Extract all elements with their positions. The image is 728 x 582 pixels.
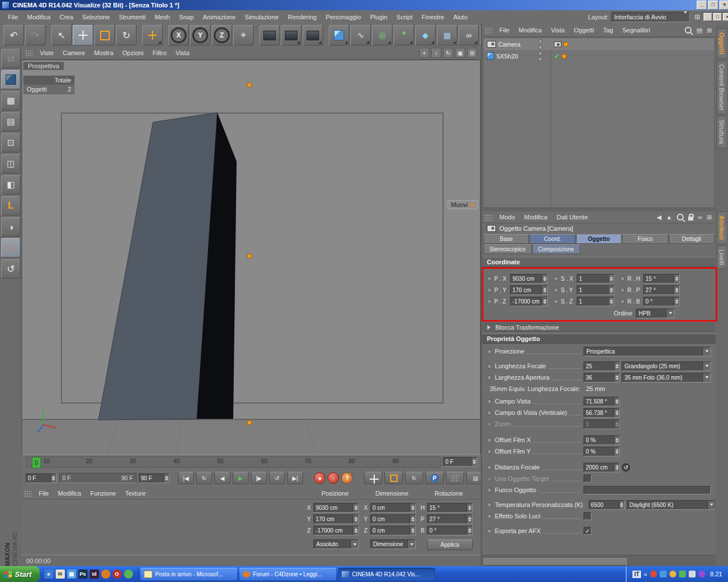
mdi-minimize-button[interactable]: _ bbox=[704, 13, 712, 21]
tray-icon-4[interactable] bbox=[679, 571, 686, 577]
anim-dot-icon[interactable] bbox=[487, 410, 492, 415]
effetto-solo-luci-checkbox[interactable] bbox=[584, 512, 592, 520]
px-field[interactable]: 9030 cm bbox=[510, 274, 548, 284]
tab-content-browser-vertical[interactable]: Content Browser bbox=[717, 60, 726, 115]
tab-livelli-vertical[interactable]: Livelli bbox=[717, 246, 726, 269]
anim-dot-icon[interactable] bbox=[487, 364, 492, 369]
history-back-icon[interactable]: ◀ bbox=[657, 214, 661, 221]
model-mode-button[interactable] bbox=[1, 70, 20, 89]
search-icon[interactable] bbox=[677, 214, 684, 221]
spinner-icon[interactable] bbox=[608, 275, 614, 283]
spinner-icon[interactable] bbox=[471, 458, 477, 466]
spinner-icon[interactable] bbox=[614, 397, 619, 406]
lock-x-axis-button[interactable]: X bbox=[168, 25, 189, 45]
position-mode-dropdown[interactable]: Assoluto bbox=[313, 539, 359, 549]
close-button[interactable]: × bbox=[719, 1, 728, 10]
anim-dot-icon[interactable] bbox=[487, 514, 492, 519]
add-camera-button[interactable]: ∞ bbox=[458, 25, 479, 45]
menu-simulazione[interactable]: Simulazione bbox=[240, 13, 283, 22]
add-primitive-cube-button[interactable] bbox=[329, 25, 349, 45]
quick-launch-photoshop-icon[interactable]: Ps bbox=[78, 569, 88, 579]
start-button[interactable]: Start bbox=[0, 566, 40, 582]
play-button[interactable]: ▶ bbox=[233, 472, 249, 484]
cm-menu-file[interactable]: File bbox=[34, 489, 53, 498]
taskbar-clock[interactable]: 8.21 bbox=[710, 571, 722, 577]
pz-field[interactable]: -17000 cm bbox=[510, 297, 548, 306]
render-to-picture-viewer-button[interactable] bbox=[281, 25, 301, 45]
menu-animazione[interactable]: Animazione bbox=[198, 13, 240, 22]
larghezza-preset-dropdown[interactable]: 35 mm Foto (36.0 mm) bbox=[622, 373, 711, 383]
esporta-afx-checkbox[interactable]: ✓ bbox=[584, 527, 592, 535]
key-position-toggle[interactable] bbox=[364, 472, 382, 484]
object-row-camera[interactable]: Camera bbox=[483, 38, 714, 50]
visibility-toggles[interactable] bbox=[538, 51, 543, 61]
anim-dot-icon[interactable] bbox=[487, 502, 492, 508]
polygons-mode-button[interactable]: ◧ bbox=[1, 175, 20, 194]
lock-y-axis-button[interactable]: Y bbox=[190, 25, 210, 45]
cm-menu-funzione[interactable]: Funzione bbox=[86, 489, 121, 498]
size-x-field[interactable]: 0 cm bbox=[370, 503, 416, 513]
range-end-field[interactable]: 90 F bbox=[139, 473, 170, 483]
am-menu-dati-utente[interactable]: Dati Utente bbox=[552, 213, 593, 222]
tray-expand-icon[interactable]: « bbox=[644, 571, 647, 577]
object-name[interactable]: Camera bbox=[498, 41, 520, 48]
taskbar-task-cinema4d[interactable]: CINEMA 4D R14.042 Vis... bbox=[338, 568, 435, 580]
anim-dot-icon[interactable] bbox=[487, 288, 492, 293]
rotation-b-field[interactable]: 0 ° bbox=[427, 526, 473, 535]
spinner-icon[interactable] bbox=[541, 275, 547, 283]
redo-button[interactable]: ↷ bbox=[25, 25, 46, 45]
rb-field[interactable]: 0 ° bbox=[643, 297, 680, 306]
viewport-rotate-icon[interactable]: ↻ bbox=[443, 48, 453, 58]
section-proprieta-oggetto[interactable]: Proprietà Oggetto bbox=[482, 334, 715, 344]
anim-dot-icon[interactable] bbox=[487, 349, 492, 354]
drag-handle-icon[interactable] bbox=[485, 27, 493, 34]
menu-selezione[interactable]: Selezione bbox=[78, 13, 114, 22]
tab-oggetti-vertical[interactable]: Oggetti bbox=[717, 28, 726, 59]
tray-icon-1[interactable] bbox=[650, 571, 657, 577]
om-menu-tag[interactable]: Tag bbox=[598, 26, 618, 35]
position-y-field[interactable]: 170 cm bbox=[313, 514, 359, 524]
undo-button[interactable]: ↶ bbox=[3, 25, 24, 45]
target-handle-icon[interactable] bbox=[562, 54, 566, 59]
tab-oggetto[interactable]: Oggetto bbox=[576, 234, 622, 244]
spinner-icon[interactable] bbox=[673, 275, 679, 283]
viewport-layout-icon[interactable]: ⊞ bbox=[467, 48, 477, 58]
link-icon[interactable]: ∞ bbox=[698, 214, 702, 221]
usa-target-checkbox[interactable] bbox=[584, 475, 592, 483]
blocca-trasformazione-section[interactable]: Blocca Trasformazione bbox=[483, 323, 714, 332]
render-view-button[interactable] bbox=[259, 25, 280, 45]
spinner-icon[interactable] bbox=[163, 474, 169, 483]
py-field[interactable]: 170 cm bbox=[510, 285, 548, 295]
lock-icon[interactable] bbox=[688, 217, 693, 221]
add-floor-button[interactable]: ▦ bbox=[437, 25, 457, 45]
panel-icon[interactable]: ⊞ bbox=[707, 27, 712, 34]
spinner-icon[interactable] bbox=[614, 463, 619, 472]
drag-handle-icon[interactable] bbox=[485, 214, 493, 221]
tab-dettagli[interactable]: Dettagli bbox=[669, 234, 714, 244]
larghezza-apertura-field[interactable]: 36 bbox=[584, 373, 620, 383]
quick-launch-browser-icon[interactable]: e bbox=[44, 569, 53, 579]
anim-dot-icon[interactable] bbox=[487, 529, 492, 534]
taskbar-task-mail[interactable]: Posta in arrivo - Microsof... bbox=[140, 568, 237, 580]
enabled-check-icon[interactable]: ✓ bbox=[554, 52, 560, 60]
quick-launch-mail-icon[interactable]: ✉ bbox=[56, 569, 65, 579]
sx-field[interactable]: 1 bbox=[577, 274, 614, 284]
spinner-icon[interactable] bbox=[353, 515, 358, 523]
menu-script[interactable]: Script bbox=[392, 13, 417, 22]
viewport-canvas[interactable]: Prospettiva Totale Oggetti 2 Muovi bbox=[22, 60, 481, 455]
add-spline-button[interactable]: ∿ bbox=[350, 25, 371, 45]
quick-launch-opera-icon[interactable]: O bbox=[113, 569, 122, 579]
play-sound-button[interactable]: ↺ bbox=[269, 472, 285, 484]
texture-paint-button[interactable]: ◑ bbox=[1, 217, 20, 236]
menu-personaggio[interactable]: Personaggio bbox=[321, 13, 366, 22]
layout-grid-icon[interactable]: ⊞ bbox=[694, 13, 700, 21]
range-start-field[interactable]: 0 F bbox=[26, 473, 57, 483]
record-keyframe-button[interactable]: ● bbox=[314, 472, 325, 484]
scale-tool[interactable] bbox=[94, 25, 115, 45]
menu-aiuto[interactable]: Aiuto bbox=[449, 13, 472, 22]
axis-mode-button[interactable]: L bbox=[1, 196, 20, 215]
sy-field[interactable]: 1 bbox=[577, 285, 614, 295]
frame-ruler[interactable]: 0 10 20 30 40 50 60 70 80 90 bbox=[26, 456, 441, 468]
add-environment-button[interactable]: ◆ bbox=[415, 25, 436, 45]
viewport-pan-icon[interactable]: + bbox=[419, 48, 429, 58]
